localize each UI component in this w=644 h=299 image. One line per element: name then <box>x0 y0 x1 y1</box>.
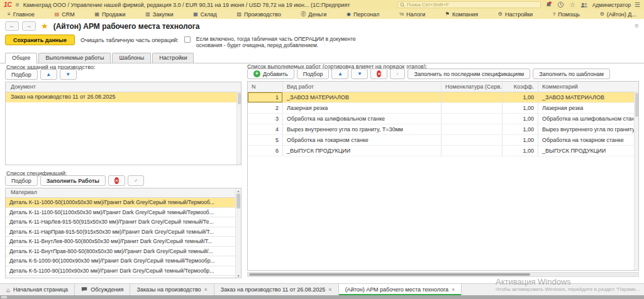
menu-section[interactable]: ◉ Персонал <box>347 11 379 18</box>
material-row[interactable]: Деталь К-5-1000-90(1000x90x30 мм)/Гранит… <box>6 256 241 266</box>
fill-works-button[interactable]: Заполнить Работы <box>40 175 106 186</box>
menu-section[interactable]: ▤ CRM <box>55 11 75 18</box>
window-tab[interactable]: ⌂ Заказ на производство 11 от 26.08.2025… <box>214 284 339 295</box>
work-row[interactable]: 1 _ЗАВОЗ МАТЕРИАЛОВ 1,00 _ЗАВОЗ МАТЕРИАЛ… <box>248 92 638 103</box>
material-row[interactable]: Деталь К-11-1000-50(1000x50x30 мм)/Грани… <box>6 198 241 208</box>
material-row[interactable]: Деталь К-11-НарПрав-915-50(915x50x30 мм)… <box>6 227 241 237</box>
menu-section-icon: ◉ <box>347 12 351 17</box>
titlebar: 1С ≡ Камнеград ООО / Управление нашей фи… <box>0 0 644 9</box>
col-nomenclature: Номенклатура (Серв... <box>441 82 502 92</box>
menu-section[interactable]: ⚙ Настройки <box>498 11 533 18</box>
work-row[interactable]: 5 Обработка на токарном станке 1,00 Обра… <box>248 135 638 146</box>
menu-section[interactable]: Ⓟ Деньги <box>301 11 326 18</box>
menu-section[interactable]: ? Помощь <box>553 11 580 18</box>
fill-by-templates-button[interactable]: Заполнить по шаблонам <box>533 68 610 79</box>
discussions-users-icon[interactable] <box>580 1 589 9</box>
window-tab[interactable]: ⌂ (Айтон) АРМ рабочего места технолога × <box>339 284 462 295</box>
notifications-icon[interactable] <box>545 1 553 9</box>
menu-section[interactable]: ▦ Продажи <box>94 11 125 18</box>
menu-section[interactable]: ⚑ Компания <box>445 11 478 18</box>
coeff-cell: 1,00 <box>502 103 538 113</box>
close-tab-icon[interactable]: × <box>452 286 455 293</box>
main-menu-icon[interactable]: ≡ <box>16 1 19 8</box>
close-tab-icon[interactable]: × <box>204 286 208 293</box>
scroll-up-icon[interactable]: ▴ <box>237 188 239 193</box>
works-hscrollbar[interactable] <box>247 272 639 277</box>
back-button[interactable]: ← <box>5 21 19 31</box>
menu-section-icon: ▦ <box>193 12 198 17</box>
form-tabs: ОбщееВыполняемые работыШаблоныНастройки <box>0 53 644 63</box>
work-row[interactable]: 6 _ВЫПУСК ПРОДУКЦИИ 1,00 _ВЫПУСК ПРОДУКЦ… <box>248 146 638 156</box>
window-tab-label: (Айтон) АРМ рабочего места технолога <box>345 286 448 293</box>
work-row[interactable]: 4 Вырез внутреннего угла по граниту, Т=3… <box>248 124 638 135</box>
tasks-move-down-button[interactable]: ▼ <box>60 69 77 80</box>
menu-section[interactable]: ≡ Главное <box>8 11 35 18</box>
col-coeff: Коэфф. <box>502 82 538 92</box>
material-row[interactable]: Деталь К-11-1100-50(1100x50x30 мм)/Грани… <box>6 208 241 218</box>
material-row[interactable]: Деталь К-5-1100-90(1100x90x30 мм)/Гранит… <box>6 266 241 276</box>
material-row[interactable]: Деталь К-11-ВнутПрав-800-50(800x50x30 мм… <box>6 247 241 257</box>
col-work-type: Вид работ <box>283 82 441 92</box>
menu-section[interactable]: ▦ Склад <box>193 11 217 18</box>
work-type-cell: Вырез внутреннего угла по граниту, Т=30м… <box>283 124 441 134</box>
scroll-down-icon[interactable]: ▾ <box>237 273 239 278</box>
close-tab-icon[interactable]: × <box>328 286 331 293</box>
materials-table: Материал Деталь К-11-1000-50(1000x50x30 … <box>5 188 242 278</box>
window-tab[interactable]: ⌂ Начальная страница × <box>0 284 75 295</box>
work-row[interactable]: 3 Обработка на шлифовальном станке 1,00 … <box>248 114 638 124</box>
works-vscrollbar[interactable] <box>634 92 638 270</box>
current-user-label[interactable]: Администратор <box>592 2 631 8</box>
specs-toolbar: Подбор Заполнить Работы × <box>5 175 144 186</box>
favorite-star-icon[interactable]: ★ <box>41 21 48 31</box>
fill-by-last-specs-button[interactable]: Заполнить по последним спецификациям <box>408 68 530 79</box>
specs-delete-button[interactable]: × <box>108 175 125 186</box>
menu-section[interactable]: ▨ Производство <box>236 11 280 18</box>
works-move-up-button[interactable]: ▲ <box>331 68 348 79</box>
window-tab[interactable]: ⌂ Заказы на производство × <box>130 284 214 295</box>
search-input[interactable]: Поиск Ctrl+Shift+F <box>397 1 541 8</box>
clear-operations-checkbox[interactable] <box>184 36 191 43</box>
materials-scrollbar[interactable]: ▴ ▾ <box>235 188 241 278</box>
tasks-podbor-button[interactable]: Подбор <box>5 69 38 80</box>
page-title: (Айтон) АРМ рабочего места технолога <box>53 22 200 31</box>
favorites-icon[interactable]: ☆ <box>569 1 577 9</box>
form-tab[interactable]: Шаблоны <box>112 53 151 63</box>
forward-button[interactable]: → <box>22 21 36 31</box>
work-type-cell: _ВЫПУСК ПРОДУКЦИИ <box>283 146 441 156</box>
history-icon[interactable] <box>557 1 565 9</box>
menu-section-icon: Ⓟ <box>301 12 306 17</box>
works-podbor-button[interactable]: Подбор <box>297 68 330 79</box>
form-tab[interactable]: Настройки <box>152 53 194 63</box>
window-tab[interactable]: ⌂ Обсуждения × <box>75 284 130 295</box>
form-settings-icon[interactable]: ⚙ <box>635 23 639 29</box>
doc-table-scrollbar[interactable] <box>236 92 241 165</box>
material-row[interactable]: Деталь К-11-НарЛев-915-50(915x50x30 мм)/… <box>6 217 241 227</box>
specs-link-button[interactable] <box>128 175 144 186</box>
tasks-move-up-button[interactable]: ▲ <box>40 69 57 80</box>
form-tab[interactable]: Выполняемые работы <box>38 53 111 63</box>
specs-podbor-button[interactable]: Подбор <box>5 175 38 186</box>
save-data-button[interactable]: Сохранить данные <box>5 35 75 45</box>
menu-section-icon: ▥ <box>145 12 150 17</box>
work-row-number: 1 <box>248 92 283 102</box>
works-link-button[interactable] <box>390 68 405 79</box>
menu-section[interactable]: % Налоги <box>399 11 425 18</box>
menu-section[interactable]: ⚙ (Айтон) Д... <box>600 11 636 18</box>
material-row[interactable]: Деталь К-11-ВнутЛев-800-50(800x50x30 мм)… <box>6 237 241 247</box>
production-order-row[interactable]: Заказ на производство 11 от 26.08.2025 <box>6 92 241 102</box>
titlebar-settings-icon[interactable]: ☰ <box>635 1 640 8</box>
comment-cell: _ЗАВОЗ МАТЕРИАЛОВ <box>538 92 638 102</box>
add-work-button[interactable]: +Добавить <box>247 68 294 79</box>
menu-section-label: Деньги <box>308 11 326 18</box>
menu-section-label: Компания <box>452 11 478 18</box>
menu-section-icon: ⚑ <box>445 12 450 17</box>
window-title: Камнеград ООО / Управление нашей фирмой,… <box>23 2 350 8</box>
form-tab[interactable]: Общее <box>5 53 37 63</box>
menu-section-icon: ≡ <box>8 12 11 17</box>
works-move-down-button[interactable]: ▼ <box>351 68 368 79</box>
menu-section[interactable]: ▥ Закупки <box>145 11 173 18</box>
comment-cell: _ВЫПУСК ПРОДУКЦИИ <box>538 146 638 156</box>
works-delete-button[interactable]: × <box>370 68 387 79</box>
clear-operations-hint: Если включено, тогда табличная часть ОПЕ… <box>196 36 356 48</box>
work-row[interactable]: 2 Лазерная резка 1,00 Лазерная резка <box>248 103 638 114</box>
